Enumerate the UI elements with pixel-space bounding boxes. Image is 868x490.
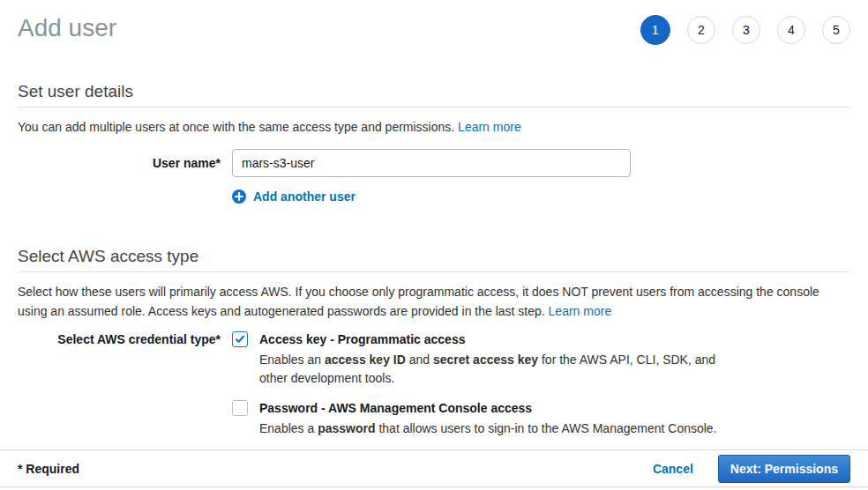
user-name-input[interactable] xyxy=(232,149,631,177)
section-divider xyxy=(18,271,850,272)
set-user-details-section: Set user details You can add multiple us… xyxy=(18,82,850,204)
wizard-step-indicator: 1 2 3 4 5 xyxy=(640,15,850,45)
learn-more-link[interactable]: Learn more xyxy=(458,120,521,134)
add-user-page: Add user 1 2 3 4 5 Set user details You … xyxy=(0,0,868,490)
access-type-intro-text: Select how these users will primarily ac… xyxy=(18,285,819,318)
access-key-label[interactable]: Access key - Programmatic access xyxy=(259,330,729,348)
desc-text: and xyxy=(406,353,433,367)
desc-text: that allows users to sign-in to the AWS … xyxy=(376,421,717,435)
section-divider xyxy=(18,107,850,108)
checkmark-icon xyxy=(235,334,245,345)
select-aws-access-type-heading: Select AWS access type xyxy=(18,247,850,266)
plus-circle-icon xyxy=(232,189,246,204)
password-description: Enables a password that allows users to … xyxy=(259,419,717,438)
desc-text: Enables a xyxy=(259,421,318,435)
next-permissions-button[interactable]: Next: Permissions xyxy=(718,455,850,483)
step-indicator-1: 1 xyxy=(640,15,670,45)
access-key-checkbox[interactable] xyxy=(232,331,248,347)
add-another-user-row: Add another user xyxy=(18,189,850,204)
password-label[interactable]: Password - AWS Management Console access xyxy=(259,399,717,417)
step-indicator-3: 3 xyxy=(732,16,760,44)
set-user-details-heading: Set user details xyxy=(18,82,850,101)
access-key-description: Enables an access key ID and secret acce… xyxy=(259,351,729,388)
required-note: * Required xyxy=(18,462,79,476)
access-type-section: Select AWS access type Select how these … xyxy=(18,247,850,438)
user-details-intro-text: You can add multiple users at once with … xyxy=(18,120,454,134)
desc-bold: access key ID xyxy=(325,353,406,367)
add-another-user-label: Add another user xyxy=(253,189,355,204)
credential-type-label: Select AWS credential type* xyxy=(18,330,232,348)
desc-text: Enables an xyxy=(259,353,325,367)
add-another-user-link[interactable]: Add another user xyxy=(232,189,355,204)
step-indicator-2: 2 xyxy=(687,16,715,44)
password-checkbox[interactable] xyxy=(232,400,248,416)
username-row: User name* xyxy=(18,149,850,177)
page-title: Add user xyxy=(18,12,116,44)
user-details-intro: You can add multiple users at once with … xyxy=(18,117,850,137)
desc-bold: secret access key xyxy=(433,353,538,367)
user-name-label: User name* xyxy=(18,154,232,172)
access-type-intro: Select how these users will primarily ac… xyxy=(18,282,850,321)
access-key-option: Access key - Programmatic access Enables… xyxy=(232,330,729,388)
credential-type-row: Select AWS credential type* Access key -… xyxy=(18,330,850,438)
page-header: Add user 1 2 3 4 5 xyxy=(0,0,868,45)
access-key-option-text: Access key - Programmatic access Enables… xyxy=(259,330,729,388)
password-option: Password - AWS Management Console access… xyxy=(232,399,729,438)
desc-bold: password xyxy=(318,421,375,435)
credential-options: Access key - Programmatic access Enables… xyxy=(232,330,729,438)
password-option-text: Password - AWS Management Console access… xyxy=(259,399,717,438)
wizard-footer: * Required Cancel Next: Permissions xyxy=(0,449,868,487)
cancel-link[interactable]: Cancel xyxy=(653,462,693,476)
learn-more-link[interactable]: Learn more xyxy=(549,304,612,318)
step-indicator-4: 4 xyxy=(777,16,805,44)
step-indicator-5: 5 xyxy=(822,16,850,44)
